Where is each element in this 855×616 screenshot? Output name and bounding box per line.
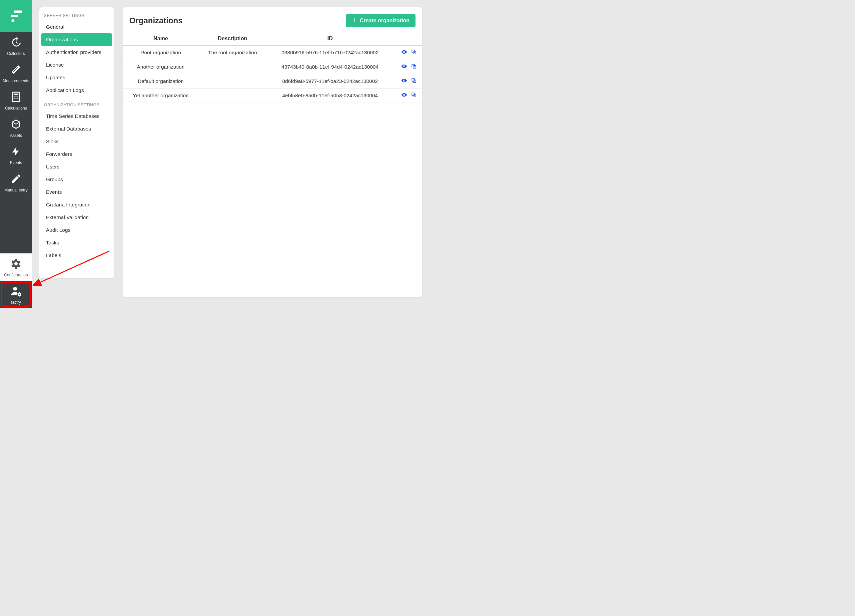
cell-description [199, 60, 266, 74]
settings-group-title: SERVER SETTINGS [39, 7, 114, 21]
table-row[interactable]: Root organization The root organization … [123, 45, 422, 60]
create-button-label: Create organization [360, 18, 409, 24]
eye-icon [401, 49, 407, 56]
settings-item-groups[interactable]: Groups [41, 173, 112, 186]
history-icon [10, 37, 21, 49]
main-card: Organizations Create organization Name D… [123, 7, 422, 297]
plus-icon [352, 17, 357, 24]
cell-id: 43743b40-8a0b-11ef-94d4-0242ac130004 [266, 60, 394, 74]
nav-rail: Collectors Measurements Calculations Ass… [0, 0, 32, 308]
cell-name: Default organization [123, 74, 199, 89]
col-id[interactable]: ID [266, 32, 394, 46]
table-row[interactable]: Another organization 43743b40-8a0b-11ef-… [123, 60, 422, 74]
col-name[interactable]: Name [123, 32, 199, 46]
view-button[interactable] [401, 92, 407, 99]
nav-item-manual-entry[interactable]: Manual entry [0, 168, 32, 196]
col-description[interactable]: Description [199, 32, 266, 46]
eye-icon [401, 92, 407, 99]
settings-item-organizations[interactable]: Organizations [41, 33, 112, 46]
svg-point-6 [15, 96, 16, 97]
nav-item-user[interactable]: factry [0, 281, 32, 308]
bolt-icon [10, 146, 21, 159]
user-gear-icon [10, 285, 21, 298]
svg-point-9 [15, 98, 16, 99]
nav-item-label: Events [10, 160, 22, 165]
cell-name: Yet another organization [123, 89, 199, 103]
settings-item-tasks[interactable]: Tasks [41, 236, 112, 249]
settings-item-sinks[interactable]: Sinks [41, 135, 112, 148]
cell-id: 8d6fd9a8-5977-11ef-ba23-0242ac130002 [266, 74, 394, 89]
nav-item-configuration[interactable]: Configuration [0, 254, 32, 281]
settings-item-labels[interactable]: Labels [41, 249, 112, 262]
nav-item-collectors[interactable]: Collectors [0, 32, 32, 59]
settings-item-forwarders[interactable]: Forwarders [41, 148, 112, 160]
table-row[interactable]: Default organization 8d6fd9a8-5977-11ef-… [123, 74, 422, 89]
copy-button[interactable] [411, 63, 417, 70]
copy-icon [411, 49, 417, 56]
svg-point-8 [14, 98, 15, 99]
organizations-table: Name Description ID Root organization Th… [123, 32, 422, 103]
copy-icon [411, 78, 417, 85]
copy-icon [411, 63, 417, 70]
eye-icon [401, 63, 407, 70]
view-button[interactable] [401, 63, 407, 70]
nav-item-assets[interactable]: Assets [0, 114, 32, 141]
calculator-icon [10, 91, 21, 104]
view-button[interactable] [401, 78, 407, 85]
svg-point-2 [11, 19, 14, 22]
cell-name: Another organization [123, 60, 199, 74]
settings-item-users[interactable]: Users [41, 160, 112, 173]
svg-rect-1 [11, 15, 18, 17]
settings-item-application-logs[interactable]: Application Logs [41, 84, 112, 96]
copy-button[interactable] [411, 49, 417, 56]
eye-icon [401, 78, 407, 85]
page-title: Organizations [129, 16, 182, 25]
settings-item-external-databases[interactable]: External Databases [41, 122, 112, 135]
gears-icon [10, 258, 21, 271]
copy-button[interactable] [411, 92, 417, 99]
nav-item-measurements[interactable]: Measurements [0, 59, 32, 87]
view-button[interactable] [401, 49, 407, 56]
ruler-icon [10, 64, 21, 76]
create-organization-button[interactable]: Create organization [346, 14, 415, 27]
cube-icon [10, 119, 21, 131]
cell-name: Root organization [123, 45, 199, 60]
settings-item-audit-logs[interactable]: Audit Logs [41, 224, 112, 236]
app-logo[interactable] [0, 0, 32, 32]
settings-item-events[interactable]: Events [41, 186, 112, 199]
cell-id: 0380b916-5976-11ef-b71b-0242ac130002 [266, 45, 394, 60]
settings-item-grafana-integration[interactable]: Grafana Integration [41, 199, 112, 211]
settings-item-general[interactable]: General [41, 21, 112, 33]
nav-item-label: Calculations [5, 106, 27, 110]
settings-panel: SERVER SETTINGSGeneralOrganizationsAuthe… [39, 7, 114, 278]
svg-point-11 [13, 287, 17, 290]
cell-description: The root organization [199, 45, 266, 60]
nav-item-label: Manual entry [4, 188, 27, 193]
settings-item-time-series-databases[interactable]: Time Series Databases [41, 110, 112, 122]
settings-item-updates[interactable]: Updates [41, 71, 112, 84]
nav-item-events[interactable]: Events [0, 141, 32, 168]
settings-item-authentication-providers[interactable]: Authentication providers [41, 46, 112, 59]
copy-button[interactable] [411, 78, 417, 85]
svg-point-5 [14, 96, 15, 97]
svg-rect-4 [14, 93, 18, 95]
svg-point-7 [17, 96, 18, 97]
copy-icon [411, 92, 417, 99]
settings-item-external-validation[interactable]: External Validation [41, 211, 112, 224]
nav-item-calculations[interactable]: Calculations [0, 87, 32, 114]
nav-item-label: factry [11, 300, 21, 305]
cell-description [199, 89, 266, 103]
cell-id: 4ebf58e0-8a0b-11ef-a053-0242ac130004 [266, 89, 394, 103]
nav-item-label: Collectors [7, 51, 25, 56]
svg-point-10 [17, 98, 18, 99]
settings-item-license[interactable]: License [41, 59, 112, 71]
settings-group-title: ORGANIZATION SETTINGS [39, 96, 114, 110]
table-row[interactable]: Yet another organization 4ebf58e0-8a0b-1… [123, 89, 422, 103]
pencil-icon [10, 173, 21, 186]
cell-description [199, 74, 266, 89]
nav-item-label: Measurements [3, 79, 29, 83]
nav-item-label: Assets [10, 133, 22, 138]
svg-rect-0 [14, 11, 22, 13]
nav-item-label: Configuration [4, 273, 28, 277]
